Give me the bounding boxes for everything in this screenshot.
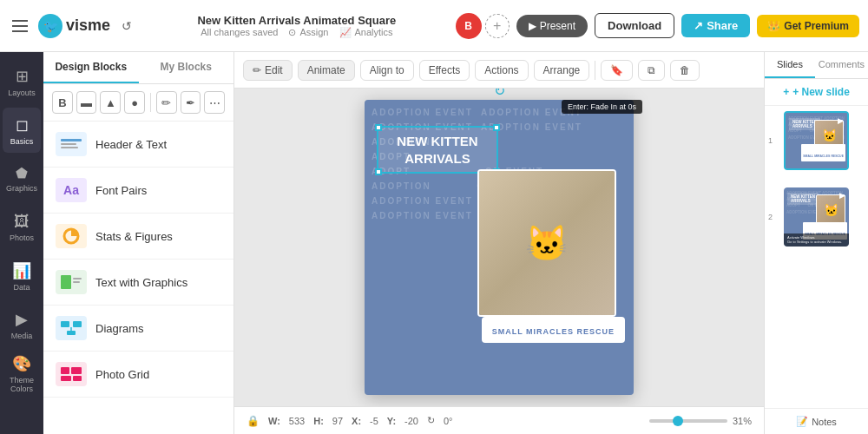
tab-design-blocks[interactable]: Design Blocks xyxy=(43,52,139,83)
title-selection-box[interactable]: NEW KITTEN ARRIVALS xyxy=(377,126,498,174)
kitten-placeholder: 🐱 xyxy=(479,171,615,315)
thumb1-badge: SMALL MIRACLES RESCUE xyxy=(801,144,845,161)
trash-button[interactable]: 🗑 xyxy=(670,60,700,81)
actions-button[interactable]: Actions xyxy=(475,60,528,81)
rotate-icon: ↻ xyxy=(427,415,435,426)
height-value[interactable]: 97 xyxy=(332,416,343,426)
title-selection-area: NEW KITTEN ARRIVALS xyxy=(377,126,498,174)
block-header-text[interactable]: Header & Text xyxy=(43,122,233,168)
rescue-text: SMALL MIRACLES RESCUE xyxy=(492,327,615,336)
blocks-sidebar: Design Blocks My Blocks B ▬ ▲ ● ✏ ✒ ⋯ He… xyxy=(43,52,234,434)
rect-tool[interactable]: ▬ xyxy=(76,91,97,114)
sidebar-item-basics[interactable]: ◻ Basics xyxy=(3,108,41,153)
zoom-controls: 31% xyxy=(649,416,752,426)
slide-thumb-2-inner: ADOPTION EVENT ADOPTIONADOPTION EVENT AD… xyxy=(784,187,849,247)
svg-rect-0 xyxy=(61,139,82,141)
analytics-icon: 📈 xyxy=(339,27,352,38)
sidebar-item-media[interactable]: ▶ Media xyxy=(3,302,41,347)
lock-icon: 🔒 xyxy=(247,415,260,427)
notes-button[interactable]: 📝 Notes xyxy=(765,408,868,434)
slide-thumb-1-wrap: 1 ADOPTION EVENT ADOPTIONADOPTION EVENT … xyxy=(779,106,854,175)
slide-thumb-1[interactable]: ADOPTION EVENT ADOPTIONADOPTION EVENT AD… xyxy=(784,111,849,170)
visme-bird-icon: 🐦 xyxy=(38,14,62,38)
visme-logo: 🐦 visme xyxy=(38,14,110,38)
undo-button[interactable]: ↺ xyxy=(115,15,138,37)
triangle-tool[interactable]: ▲ xyxy=(100,91,121,114)
handle-tr[interactable] xyxy=(493,124,500,131)
font-pairs-icon: Aa xyxy=(56,178,87,202)
sidebar-item-layouts[interactable]: ⊞ Layouts xyxy=(3,59,41,104)
svg-rect-12 xyxy=(71,367,82,374)
topbar-center: New Kitten Arrivals Animated Square All … xyxy=(145,14,449,38)
rotation-handle[interactable]: ↻ xyxy=(494,89,505,99)
canvas-main[interactable]: ↻ ADOPTION EVENT ADOPTION EVENT ADOPTION… xyxy=(234,89,764,406)
sidebar-item-theme[interactable]: 🎨 Theme Colors xyxy=(3,351,41,396)
block-stats-figures[interactable]: Stats & Figures xyxy=(43,214,233,260)
slide-thumb-2-wrap: 2 ADOPTION EVENT ADOPTIONADOPTION EVENT … xyxy=(779,182,854,252)
edit-button[interactable]: ✏ Edit xyxy=(243,60,293,81)
download-button[interactable]: Download xyxy=(595,13,674,38)
trash-icon: 🗑 xyxy=(680,64,690,76)
more-tool[interactable]: ⋯ xyxy=(204,91,225,114)
svg-rect-1 xyxy=(61,143,76,145)
thumb2-title: NEW KITTENARRIVALS xyxy=(787,193,819,205)
kitten-photo: 🐱 xyxy=(477,169,616,317)
block-diagrams-label: Diagrams xyxy=(95,322,144,335)
top-bar: 🐦 visme ↺ New Kitten Arrivals Animated S… xyxy=(0,0,868,52)
zoom-slider[interactable] xyxy=(649,419,727,423)
bold-tool[interactable]: B xyxy=(52,91,73,114)
y-value[interactable]: -20 xyxy=(404,416,418,426)
watermark-text: Activate WindowsGo to Settings to activa… xyxy=(787,235,845,245)
pen-tool[interactable]: ✏ xyxy=(156,91,177,114)
block-text-graphics[interactable]: Text with Graphics xyxy=(43,260,233,306)
new-slide-button[interactable]: + + New slide xyxy=(765,79,868,106)
graphics-icon: ⬟ xyxy=(16,165,28,181)
assign-link[interactable]: ⊙ Assign xyxy=(288,27,328,38)
animate-button[interactable]: Animate xyxy=(298,60,355,81)
copy-button[interactable]: ⧉ xyxy=(638,60,665,81)
plus-icon: + xyxy=(783,86,789,98)
sidebar-item-photos[interactable]: 🖼 Photos xyxy=(3,205,41,250)
y-label: Y: xyxy=(387,416,396,426)
assign-icon: ⊙ xyxy=(288,27,296,38)
slide-canvas[interactable]: ADOPTION EVENT ADOPTION EVENT ADOPTION E… xyxy=(365,100,634,395)
hamburger-button[interactable] xyxy=(9,14,33,38)
bookmark-button[interactable]: 🔖 xyxy=(601,60,633,81)
draw-tool[interactable]: ✒ xyxy=(181,91,201,114)
width-value[interactable]: 533 xyxy=(289,416,305,426)
slide-wrapper: ↻ ADOPTION EVENT ADOPTION EVENT ADOPTION… xyxy=(365,100,634,395)
x-value[interactable]: -5 xyxy=(370,416,378,426)
add-collaborator-button[interactable]: + xyxy=(485,14,510,38)
svg-rect-9 xyxy=(67,331,76,335)
slide-title: NEW KITTEN ARRIVALS xyxy=(387,133,488,167)
effects-button[interactable]: Effects xyxy=(419,60,470,81)
block-font-pairs-label: Font Pairs xyxy=(95,184,147,197)
tab-my-blocks[interactable]: My Blocks xyxy=(139,52,234,83)
slide-2-number: 2 xyxy=(768,213,773,221)
copy-icon: ⧉ xyxy=(648,64,655,76)
block-font-pairs[interactable]: Aa Font Pairs xyxy=(43,168,233,214)
present-button[interactable]: ▶ Present xyxy=(516,15,588,37)
circle-tool[interactable]: ● xyxy=(124,91,145,114)
sidebar-item-data[interactable]: 📊 Data xyxy=(3,253,41,299)
arrange-button[interactable]: Arrange xyxy=(534,60,590,81)
slide-1-number: 1 xyxy=(768,136,773,145)
sidebar-item-graphics[interactable]: ⬟ Graphics xyxy=(3,156,41,201)
toolbar-divider xyxy=(595,61,595,80)
slide-thumb-2[interactable]: ADOPTION EVENT ADOPTIONADOPTION EVENT AD… xyxy=(784,187,849,247)
text-graphics-icon xyxy=(56,270,87,294)
tab-comments[interactable]: Comments xyxy=(815,52,868,78)
block-photo-grid[interactable]: Photo Grid xyxy=(43,352,233,398)
tab-slides[interactable]: Slides xyxy=(765,52,815,78)
handle-tl[interactable] xyxy=(375,124,382,131)
rotate-value[interactable]: 0° xyxy=(444,416,453,426)
align-button[interactable]: Align to xyxy=(360,60,414,81)
get-premium-button[interactable]: 👑 Get Premium xyxy=(757,15,859,37)
share-button[interactable]: ↗ Share xyxy=(681,14,750,37)
handle-bl[interactable] xyxy=(375,168,382,175)
block-diagrams[interactable]: Diagrams xyxy=(43,306,233,352)
analytics-link[interactable]: 📈 Analytics xyxy=(339,27,393,38)
share-icon: ↗ xyxy=(694,19,703,32)
zoom-thumb[interactable] xyxy=(673,416,683,426)
right-panel: Slides Comments + + New slide 1 ADOPTION… xyxy=(764,52,868,434)
